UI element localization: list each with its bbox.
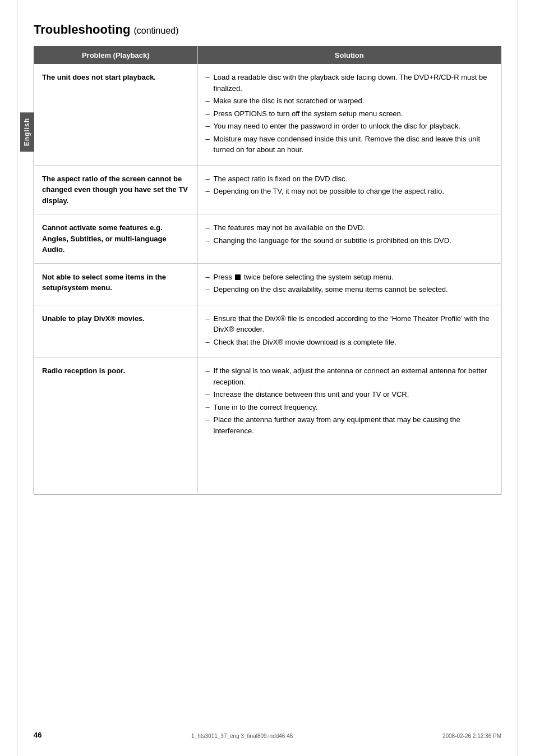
solution-item: Changing the language for the sound or s… <box>206 235 493 246</box>
solution-cell: The aspect ratio is fixed on the DVD dis… <box>197 165 501 214</box>
page-number: 46 <box>34 731 41 739</box>
page: English Troubleshooting (continued) Prob… <box>0 0 535 756</box>
problem-cell: Cannot activate some features e.g. Angle… <box>34 214 198 264</box>
footer-date: 2008-02-26 2:12:36 PM <box>442 733 501 739</box>
solution-item: Moisture may have condensed inside this … <box>206 134 493 155</box>
stop-icon <box>235 274 241 280</box>
table-row: Radio reception is poor.If the signal is… <box>34 358 501 494</box>
table-row: Not able to select some items in the set… <box>34 263 501 305</box>
table-row: The aspect ratio of the screen cannot be… <box>34 165 501 214</box>
solution-item: The aspect ratio is fixed on the DVD dis… <box>206 173 493 185</box>
solution-item: The features may not be available on the… <box>206 222 493 233</box>
solution-cell: Press twice before selecting the system … <box>197 263 501 305</box>
footer: 46 1_hts3011_37_eng 3_final809.indd46 46… <box>34 731 501 739</box>
table-row: The unit does not start playback.Load a … <box>34 64 501 165</box>
solution-item: Load a readable disc with the playback s… <box>206 72 493 94</box>
troubleshooting-table: Problem (Playback) Solution The unit doe… <box>34 46 501 494</box>
sidebar-english-label: English <box>20 112 34 152</box>
solution-item: You may need to enter the password in or… <box>206 121 493 132</box>
solution-item: Increase the distance between this unit … <box>206 389 493 400</box>
table-header-solution: Solution <box>197 47 501 65</box>
problem-cell: Radio reception is poor. <box>34 358 198 494</box>
solution-item: Make sure the disc is not scratched or w… <box>206 95 493 107</box>
solution-item: Check that the DivX® movie download is a… <box>206 337 493 348</box>
solution-cell: If the signal is too weak, adjust the an… <box>197 358 501 494</box>
solution-item: Depending on the disc availability, some… <box>206 284 493 295</box>
solution-item: Press OPTIONS to turn off the system set… <box>206 108 493 120</box>
problem-cell: The unit does not start playback. <box>34 64 198 165</box>
footer-filename: 1_hts3011_37_eng 3_final809.indd46 46 <box>191 733 293 739</box>
rule-left <box>17 0 17 756</box>
solution-cell: Load a readable disc with the playback s… <box>197 64 501 165</box>
solution-item: Tune in to the correct frequency. <box>206 402 493 413</box>
solution-cell: Ensure that the DivX® file is encoded ac… <box>197 305 501 358</box>
problem-cell: Not able to select some items in the set… <box>34 263 198 305</box>
solution-item: If the signal is too weak, adjust the an… <box>206 365 493 387</box>
problem-cell: Unable to play DivX® movies. <box>34 305 198 358</box>
solution-item: Depending on the TV, it may not be possi… <box>206 186 493 197</box>
table-row: Unable to play DivX® movies.Ensure that … <box>34 305 501 358</box>
solution-cell: The features may not be available on the… <box>197 214 501 264</box>
page-title: Troubleshooting (continued) <box>34 22 501 37</box>
table-row: Cannot activate some features e.g. Angle… <box>34 214 501 264</box>
solution-item: Ensure that the DivX® file is encoded ac… <box>206 313 493 335</box>
table-header-problem: Problem (Playback) <box>34 47 198 65</box>
solution-item: Place the antenna further away from any … <box>206 414 493 436</box>
solution-item: Press twice before selecting the system … <box>206 272 493 283</box>
rule-right <box>518 0 518 756</box>
problem-cell: The aspect ratio of the screen cannot be… <box>34 165 198 214</box>
